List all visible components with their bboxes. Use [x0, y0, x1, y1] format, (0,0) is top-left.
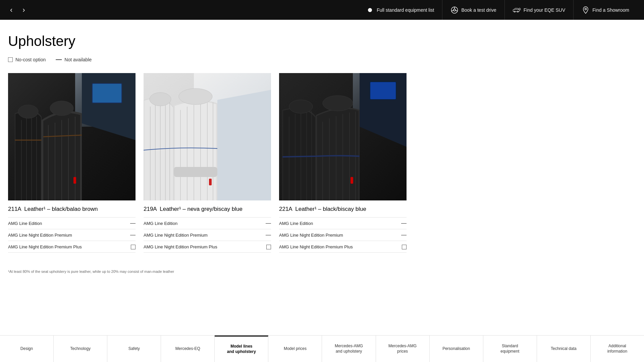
nav-actions: Full standard equipment list Book a test…	[358, 0, 637, 20]
table-row: AMG Line Night Edition Premium Plus	[8, 241, 136, 253]
full-equipment-button[interactable]: Full standard equipment list	[358, 0, 442, 20]
card-image-211a	[8, 73, 136, 200]
dot-icon	[366, 6, 374, 14]
row-symbol	[129, 244, 136, 250]
nav-arrows: ‹ ›	[7, 5, 29, 15]
row-label: AMG Line Night Edition Premium Plus	[8, 244, 129, 249]
find-eqe-label: Find your EQE SUV	[524, 7, 566, 13]
svg-rect-46	[209, 179, 212, 185]
top-navigation: ‹ › Full standard equipment list Book a …	[0, 0, 644, 20]
row-symbol: —	[129, 232, 136, 238]
nav-item-additional-info[interactable]: Additionalinformation	[591, 336, 644, 362]
svg-point-44	[179, 88, 212, 105]
upholstery-cards-grid: 211A Leather¹ – black/balao brown AMG Li…	[8, 73, 624, 253]
row-label: AMG Line Night Edition Premium Plus	[144, 244, 264, 249]
row-label: AMG Line Night Edition Premium	[279, 233, 400, 238]
card-title-211a: 211A Leather¹ – black/balao brown	[8, 206, 136, 213]
svg-rect-64	[370, 82, 396, 99]
checkbox-symbol	[131, 245, 136, 249]
main-content: Upholstery No-cost option — Not availabl…	[0, 20, 644, 290]
no-cost-legend: No-cost option	[8, 57, 46, 62]
nav-item-model-lines[interactable]: Model linesand upholstery	[215, 336, 268, 362]
checkbox-icon	[8, 57, 13, 62]
svg-rect-28	[73, 177, 76, 184]
nav-item-safety[interactable]: Safety	[107, 336, 161, 362]
svg-point-1	[453, 9, 455, 11]
dash-icon: —	[56, 56, 62, 63]
find-showroom-button[interactable]: Find a Showroom	[573, 0, 637, 20]
nav-item-amg-upholstery[interactable]: Mercedes-AMGand upholstery	[322, 336, 376, 362]
svg-point-24	[18, 105, 38, 118]
row-symbol	[400, 244, 407, 250]
not-available-label: Not available	[64, 57, 92, 62]
svg-line-4	[455, 10, 458, 11]
svg-point-25	[50, 101, 73, 116]
nav-item-standard-equipment[interactable]: Standardequipment	[483, 336, 537, 362]
bottom-navigation: Design Technology Safety Mercedes-EQ Mod…	[0, 335, 644, 362]
card-image-219a	[144, 73, 271, 200]
row-symbol: —	[400, 220, 407, 226]
footnote: ¹At least 80% of the seat upholstery is …	[8, 266, 310, 284]
svg-point-11	[585, 8, 587, 10]
table-row: AMG Line Night Edition Premium Plus	[279, 241, 407, 253]
nav-item-amg-prices[interactable]: Mercedes-AMGprices	[376, 336, 430, 362]
card-title-219a: 219A Leather¹ – neva grey/biscay blue	[144, 206, 271, 213]
table-row: AMG Line Edition —	[144, 217, 271, 229]
page-title: Upholstery	[8, 33, 624, 49]
svg-point-61	[289, 100, 313, 113]
row-symbol: —	[400, 232, 407, 238]
row-label: AMG Line Night Edition Premium Plus	[279, 244, 400, 249]
find-showroom-label: Find a Showroom	[592, 7, 629, 13]
svg-line-9	[520, 9, 521, 10]
nav-item-design[interactable]: Design	[0, 336, 54, 362]
table-row: AMG Line Edition —	[279, 217, 407, 229]
row-symbol: —	[264, 220, 271, 226]
no-cost-label: No-cost option	[15, 57, 46, 62]
table-row: AMG Line Night Edition Premium —	[144, 229, 271, 241]
nav-item-personalisation[interactable]: Personalisation	[430, 336, 483, 362]
checkbox-symbol	[266, 245, 271, 249]
nav-item-technical-data[interactable]: Technical data	[537, 336, 591, 362]
svg-rect-45	[174, 167, 217, 177]
nav-item-mercedes-eq[interactable]: Mercedes-EQ	[161, 336, 215, 362]
nav-item-technology[interactable]: Technology	[54, 336, 107, 362]
row-label: AMG Line Edition	[8, 221, 129, 226]
legend: No-cost option — Not available	[8, 56, 624, 63]
table-row: AMG Line Edition —	[8, 217, 136, 229]
svg-rect-65	[351, 177, 353, 184]
card-rows-211a: AMG Line Edition — AMG Line Night Editio…	[8, 217, 136, 253]
row-label: AMG Line Edition	[144, 221, 264, 226]
row-symbol: —	[129, 220, 136, 226]
upholstery-card-221a: 221A Leather¹ – black/biscay blue AMG Li…	[279, 73, 407, 253]
checkbox-symbol	[402, 245, 407, 249]
svg-point-43	[150, 93, 171, 106]
card-rows-221a: AMG Line Edition — AMG Line Night Editio…	[279, 217, 407, 253]
prev-arrow[interactable]: ‹	[7, 5, 16, 15]
steering-wheel-icon	[450, 6, 459, 14]
card-title-221a: 221A Leather¹ – black/biscay blue	[279, 206, 407, 213]
book-test-drive-button[interactable]: Book a test drive	[442, 0, 504, 20]
not-available-legend: — Not available	[56, 56, 92, 63]
card-image-221a	[279, 73, 407, 200]
row-label: AMG Line Night Edition Premium	[8, 233, 129, 238]
location-pin-icon	[582, 6, 590, 14]
book-test-label: Book a test drive	[461, 7, 496, 13]
find-eqe-button[interactable]: ? Find your EQE SUV	[504, 0, 574, 20]
row-symbol: —	[264, 232, 271, 238]
svg-point-62	[323, 96, 353, 111]
svg-rect-27	[93, 84, 121, 103]
table-row: AMG Line Night Edition Premium —	[8, 229, 136, 241]
full-equipment-label: Full standard equipment list	[377, 7, 434, 13]
row-label: AMG Line Edition	[279, 221, 400, 226]
table-row: AMG Line Night Edition Premium —	[279, 229, 407, 241]
next-arrow[interactable]: ›	[19, 5, 28, 15]
row-symbol	[264, 244, 271, 250]
upholstery-card-219a: 219A Leather¹ – neva grey/biscay blue AM…	[144, 73, 271, 253]
car-search-icon: ?	[513, 6, 521, 14]
table-row: AMG Line Night Edition Premium Plus	[144, 241, 271, 253]
upholstery-card-211a: 211A Leather¹ – black/balao brown AMG Li…	[8, 73, 136, 253]
nav-item-model-prices[interactable]: Model prices	[268, 336, 322, 362]
row-label: AMG Line Night Edition Premium	[144, 233, 264, 238]
svg-line-3	[452, 10, 454, 11]
card-rows-219a: AMG Line Edition — AMG Line Night Editio…	[144, 217, 271, 253]
